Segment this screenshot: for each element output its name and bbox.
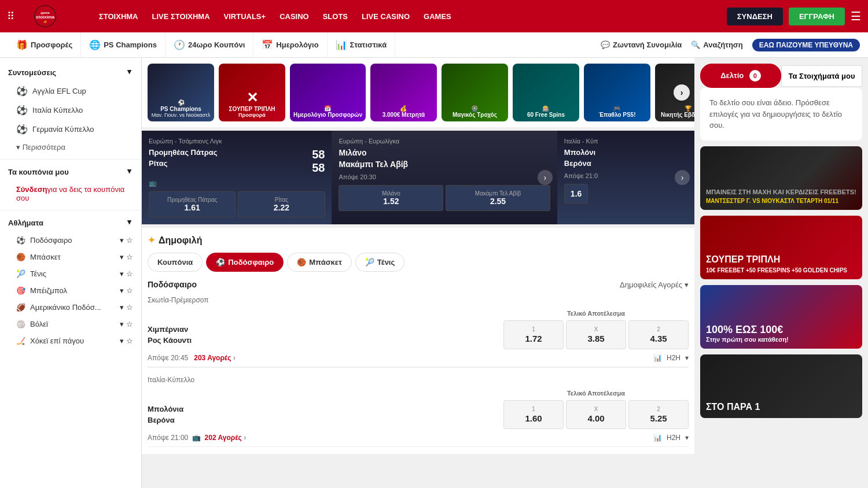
banner-epathlo[interactable]: 🎮 Έπαθλο PS5!: [584, 64, 650, 121]
sidebar-sport-tennis-label: Τένις: [30, 269, 46, 278]
match-1-team-names: Χιμπέρνιαν Ρος Κάουντι: [148, 324, 499, 346]
register-button[interactable]: ΕΓΓΡΑΦΗ: [789, 8, 845, 25]
match-1-odd1-btn[interactable]: 1 1.72: [503, 320, 564, 349]
nav-calendar[interactable]: 📅 Ημερολόγιο: [253, 32, 327, 57]
search-item[interactable]: 🔍 Αναζήτηση: [691, 40, 742, 49]
coupons-login-text[interactable]: Σύνδεση: [16, 185, 47, 194]
nav-stoixima[interactable]: ΣΤΟΙΧΗΜΑ: [99, 12, 138, 21]
hamburger-icon[interactable]: ☰: [851, 9, 861, 23]
nav-24h-coupon[interactable]: 🕐 24ωρο Κουπόνι: [165, 32, 253, 57]
match-2-h2h[interactable]: 📊 H2H ▾: [653, 434, 689, 442]
match-2-bets: Μιλάνο 1.52 Μακάμπι Τελ Αβίβ 2.55: [339, 185, 550, 211]
promo-freebets[interactable]: ΜΠΑΙΝΕΙΣ ΣΤΗ ΜΑΧΗ ΚΑΙ ΚΕΡΔΙΖΕΙΣ FREEBETS…: [700, 146, 862, 210]
nav-games[interactable]: GAMES: [424, 12, 451, 21]
tab-tennis-label: Τένις: [377, 258, 395, 267]
match-3-bet1[interactable]: 1.6: [564, 184, 588, 204]
match-card-3: Ιταλία - Κύπ Μπολόνι Βερόνα Απόψε 21:0 1…: [557, 131, 694, 224]
nav-ps-champions[interactable]: 🌐 PS Champions: [81, 32, 165, 57]
banner-free-spins[interactable]: 🎰 60 Free Spins: [513, 64, 579, 121]
match-1-h2h[interactable]: 📊 H2H ▾: [653, 354, 689, 362]
sidebar-sport-baseball[interactable]: 🎯 Μπέιζμπολ ▾ ☆: [0, 282, 141, 299]
banner-tripli-subtitle: Προσφορά: [238, 112, 266, 118]
nav-statistics[interactable]: 📊 Στατιστικά: [328, 32, 396, 57]
tab-basketball[interactable]: 🏀 Μπάσκετ: [287, 253, 352, 272]
live-chat-item[interactable]: 💬 Ζωντανή Συνομιλία: [601, 40, 682, 49]
tab-football[interactable]: ⚽ Ποδόσφαιρο: [206, 253, 284, 272]
match-nav-button[interactable]: ›: [538, 170, 553, 185]
match-1-odd2-val: 4.35: [650, 334, 667, 343]
match-1-bets: Προμηθέας Πάτρας 1.61 Ρίτας 2.22: [149, 191, 325, 217]
shortcuts-section-header[interactable]: Συντομεύσεις ▲: [0, 64, 141, 82]
logo-icon: game stoixima .gr: [34, 5, 56, 27]
match-2-bet2[interactable]: Μακάμπι Τελ Αβίβ 2.55: [446, 185, 550, 211]
banner-game-icon: 🎮: [613, 105, 620, 112]
match-row-1: Σκωτία-Πρέμιερσοπ Τελικό Αποτέλεσμα Χιμπ…: [148, 294, 689, 367]
grid-icon[interactable]: ⠿: [7, 10, 14, 23]
banner-magikos[interactable]: 🎡 Μαγικός Τροχός: [442, 64, 508, 121]
match-1-oddX-btn[interactable]: Χ 3.85: [566, 320, 626, 349]
responsible-gambling-button[interactable]: ΕΑΩ ΠΑΙΖΟΥΜΕ ΥΠΕΥΘΥΝΑ: [752, 39, 860, 51]
sidebar-sport-amfootball-label: Αμερικάνικο Ποδόσ...: [30, 303, 101, 312]
hockey-sport-icon: 🏒: [16, 337, 25, 345]
sidebar-sport-hockey[interactable]: 🏒 Χόκεϊ επί πάγου ▾ ☆: [0, 332, 141, 349]
match-2-odd2-btn[interactable]: 2 5.25: [628, 400, 689, 429]
sidebar-sport-american-football[interactable]: 🏈 Αμερικάνικο Ποδόσ... ▾ ☆: [0, 299, 141, 316]
match-1-bet2-odds: 2.22: [241, 203, 322, 212]
login-button[interactable]: ΣΥΝΔΕΣΗ: [727, 8, 783, 25]
promo-super-tripli[interactable]: ΣΟΥΠΕΡ ΤΡΙΠΛΗ 10€ FREEBET +50 FREESPINS …: [700, 216, 862, 279]
sports-section-header[interactable]: Αθλήματα ▲: [0, 214, 141, 232]
promo-100eur[interactable]: 100% ΕΩΣ 100€ Στην πρώτη σου κατάθεση!: [700, 285, 862, 349]
banners-next-button[interactable]: ›: [674, 84, 690, 101]
betslip-tab-active[interactable]: Δελτίο 0: [700, 64, 781, 88]
match-1-bet2[interactable]: Ρίτας 2.22: [238, 191, 325, 217]
football-icon: ⚽: [16, 105, 28, 116]
banner-ps-champions[interactable]: ⚽ PS Champions Μαν. Γιουν. vs Νιούκαστλ: [148, 64, 214, 121]
nav-24h-label: 24ωρο Κουπόνι: [188, 40, 245, 49]
banner-imerologio[interactable]: 📅 Ημερολόγιο Προσφορών: [290, 64, 366, 121]
nav-casino[interactable]: CASINO: [279, 12, 309, 21]
match-1-markets-count[interactable]: 203 Αγορές: [194, 354, 231, 362]
banner-magikos-inner: 🎡 Μαγικός Τροχός: [442, 64, 508, 121]
sidebar-sport-tennis[interactable]: 🎾 Τένις ▾ ☆: [0, 265, 141, 282]
coupons-login-link[interactable]: Σύνδεσηγια να δεις τα κουπόνια σου: [0, 181, 141, 206]
match-2-oddX-btn[interactable]: Χ 4.00: [566, 400, 626, 429]
popular-markets-button[interactable]: Δημοφιλείς Αγορές ▾: [620, 280, 689, 289]
logo[interactable]: game stoixima .gr: [30, 3, 87, 29]
nav-live-stoixima[interactable]: LIVE ΣΤΟΙΧΗΜΑ: [152, 12, 210, 21]
match-1-odd2-btn[interactable]: 2 4.35: [628, 320, 689, 349]
match-2-odd1-btn[interactable]: 1 1.60: [503, 400, 564, 429]
coupons-chevron-icon: ▲: [126, 168, 133, 176]
match-1-bet1-label: Προμηθέας Πάτρας: [152, 197, 233, 203]
sidebar-shortcut-italy[interactable]: ⚽ Ιταλία Κύπελλο: [0, 101, 141, 120]
nav-virtuals[interactable]: VIRTUALS+: [224, 12, 266, 21]
banner-imerologio-inner: 📅 Ημερολόγιο Προσφορών: [290, 64, 366, 121]
match-2-bet1-label: Μιλάνο: [341, 190, 440, 197]
match-2-bet1[interactable]: Μιλάνο 1.52: [339, 185, 443, 211]
nav-live-casino[interactable]: LIVE CASINO: [362, 12, 410, 21]
sidebar-sport-volleyball[interactable]: 🏐 Βόλεϊ ▾ ☆: [0, 316, 141, 332]
sidebar-shortcut-germany[interactable]: ⚽ Γερμανία Κύπελλο: [0, 120, 141, 139]
banner-super-tripli[interactable]: ✕ ΣΟΥΠΕΡ ΤΡΙΠΛΗ Προσφορά: [219, 64, 285, 121]
match-1-bet2-label: Ρίτας: [241, 197, 322, 203]
match-2-team2: Μακάμπι Τελ Αβίβ: [339, 160, 550, 169]
tab-tennis[interactable]: 🎾 Τένις: [355, 253, 404, 272]
promo-para1[interactable]: ΣΤΟ ΠΑΡΑ 1: [700, 354, 862, 418]
sidebar-sport-football[interactable]: ⚽ Ποδόσφαιρο ▾ ☆: [0, 232, 141, 249]
banner-3000[interactable]: 💰 3.000€ Μετρητά: [370, 64, 437, 121]
shortcuts-more[interactable]: ▾ Περισσότερα: [0, 139, 141, 156]
tab-coupons[interactable]: Κουπόνια: [148, 253, 203, 272]
banner-money-icon: 💰: [400, 105, 407, 112]
sidebar-sport-basketball[interactable]: 🏀 Μπάσκετ ▾ ☆: [0, 249, 141, 265]
sidebar-shortcut-efl[interactable]: ⚽ Αγγλία EFL Cup: [0, 82, 141, 101]
match-1-bet1[interactable]: Προμηθέας Πάτρας 1.61: [149, 191, 236, 217]
nav-offers[interactable]: 🎁 Προσφορές: [8, 32, 81, 57]
coupons-section-header[interactable]: Τα κουπόνια μου ▲: [0, 163, 141, 181]
nav-slots[interactable]: SLOTS: [323, 12, 348, 21]
baseball-sport-icon: 🎯: [16, 286, 25, 295]
match-2-markets-count[interactable]: 202 Αγορές: [205, 434, 242, 442]
match-3-nav-button[interactable]: ›: [675, 170, 690, 185]
shortcuts-label: Συντομεύσεις: [8, 68, 56, 77]
match-2-odds-row: 1 1.60 Χ 4.00 2 5.25: [503, 400, 689, 429]
betslip-tab-inactive[interactable]: Τα Στοιχήματά μου: [781, 65, 862, 87]
match-2-bet2-label: Μακάμπι Τελ Αβίβ: [448, 190, 547, 197]
